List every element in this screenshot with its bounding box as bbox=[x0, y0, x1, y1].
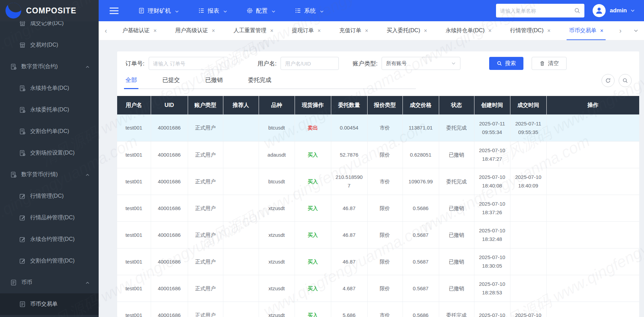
username-label[interactable]: admin bbox=[610, 7, 627, 14]
sidebar-item-11[interactable]: 交割合约管理(DC) bbox=[0, 250, 99, 272]
sidebar-item-4[interactable]: 永续委托单(DC) bbox=[0, 99, 99, 121]
close-icon[interactable]: × bbox=[547, 28, 550, 34]
search-button[interactable]: 搜索 bbox=[489, 57, 523, 70]
sidebar-item-label: 数字货币(合约) bbox=[21, 63, 58, 70]
sidebar-item-5[interactable]: 交割合约单(DC) bbox=[0, 121, 99, 142]
cell-acct: 正式用户 bbox=[188, 221, 223, 248]
cell-status: 委托完成 bbox=[439, 302, 474, 317]
nav-menu-2[interactable]: 配置 bbox=[237, 0, 285, 21]
sidebar-item-8[interactable]: 行情管理(DC) bbox=[0, 185, 99, 207]
sidebar-item-12[interactable]: 币币 bbox=[0, 272, 99, 293]
cell-traded bbox=[510, 195, 546, 221]
sidebar-item-6[interactable]: 交割场控设置(DC) bbox=[0, 142, 99, 164]
nav-menu-label: 理财矿机 bbox=[148, 7, 171, 15]
cell-traded bbox=[510, 141, 546, 168]
cell-symbol: adausdt bbox=[259, 141, 295, 168]
column-header: 品种 bbox=[259, 96, 295, 114]
cell-ref bbox=[223, 248, 259, 275]
table-search-button[interactable] bbox=[619, 74, 632, 87]
cell-user: test001 bbox=[117, 221, 151, 248]
close-icon[interactable]: × bbox=[488, 28, 492, 34]
tab-5[interactable]: 买入委托(DC)× bbox=[377, 21, 436, 40]
sidebar-item-0[interactable]: 成交记录(DC) bbox=[0, 21, 99, 34]
sidebar-item-9[interactable]: 行情品种管理(DC) bbox=[0, 207, 99, 229]
cell-created: 2025-07-1018:40:08 bbox=[474, 168, 510, 195]
order-no-input[interactable] bbox=[149, 57, 228, 70]
column-header: 账户类型 bbox=[188, 96, 223, 114]
tab-7[interactable]: 行情管理(DC)× bbox=[501, 21, 560, 40]
cell-status: 已撤销 bbox=[439, 141, 474, 168]
cell-user: test001 bbox=[117, 168, 151, 195]
search-icon[interactable] bbox=[574, 8, 580, 14]
hamburger-menu-icon[interactable] bbox=[110, 8, 119, 14]
account-type-select[interactable]: 所有账号 bbox=[382, 57, 460, 70]
sidebar-item-3[interactable]: 永续持仓单(DC) bbox=[0, 77, 99, 99]
tab-8[interactable]: 币币交易单× bbox=[560, 21, 612, 40]
tab-6[interactable]: 永续持仓单(DC)× bbox=[436, 21, 501, 40]
menu-search-input[interactable] bbox=[500, 8, 571, 14]
status-tab-3[interactable]: 委托完成 bbox=[248, 76, 271, 89]
close-icon[interactable]: × bbox=[212, 28, 215, 34]
cell-side: 买入 bbox=[295, 195, 331, 221]
sidebar-item-13[interactable]: 币币交易单 bbox=[0, 293, 99, 315]
cell-uid: 40001686 bbox=[151, 221, 188, 248]
nav-menu-0[interactable]: 理财矿机 bbox=[129, 0, 189, 21]
close-icon[interactable]: × bbox=[270, 28, 273, 34]
cell-quote: 限价 bbox=[367, 275, 402, 302]
close-icon[interactable]: × bbox=[365, 28, 368, 34]
column-header: 用户名 bbox=[117, 96, 151, 114]
filter-form: 订单号: 用户名: 账户类型: 所有账号 搜索 清空 bbox=[117, 51, 639, 70]
close-icon[interactable]: × bbox=[600, 28, 603, 34]
tab-3[interactable]: 提现订单× bbox=[283, 21, 330, 40]
cell-price: 0.5686 bbox=[402, 195, 439, 221]
cell-amount: 46.87 bbox=[331, 195, 367, 221]
username-input[interactable] bbox=[281, 57, 339, 70]
cell-ref bbox=[223, 221, 259, 248]
avatar[interactable] bbox=[593, 4, 606, 17]
sidebar: 成交记录(DC)交易对(DC)数字货币(合约)永续持仓单(DC)永续委托单(DC… bbox=[0, 21, 99, 317]
edit-icon bbox=[19, 236, 26, 243]
cell-traded bbox=[510, 221, 546, 248]
nav-menu-3[interactable]: 系统 bbox=[285, 0, 334, 21]
tabs-scroll-right[interactable]: › bbox=[613, 21, 628, 40]
tabs-scroll-left[interactable]: ‹ bbox=[99, 21, 113, 40]
tab-2[interactable]: 人工重置管理× bbox=[224, 21, 283, 40]
close-icon[interactable]: × bbox=[153, 28, 157, 34]
chevron-down-icon[interactable] bbox=[630, 8, 635, 13]
open-tabs-bar: ‹ 户基础认证×用户高级认证×人工重置管理×提现订单×充值订单×买入委托(DC)… bbox=[99, 21, 644, 40]
cell-user: test001 bbox=[117, 302, 151, 317]
sidebar-item-2[interactable]: 数字货币(合约) bbox=[0, 56, 99, 77]
cell-traded: 2025-07-10 bbox=[510, 302, 546, 317]
cell-op bbox=[546, 275, 639, 302]
cell-user: test001 bbox=[117, 141, 151, 168]
sidebar-item-10[interactable]: 永续合约管理(DC) bbox=[0, 229, 99, 250]
cell-price: 0.5686 bbox=[402, 302, 439, 317]
shop-icon bbox=[19, 42, 26, 48]
cell-uid: 40001686 bbox=[151, 168, 188, 195]
close-icon[interactable]: × bbox=[318, 28, 321, 34]
cell-uid: 40001686 bbox=[151, 248, 188, 275]
status-tab-1[interactable]: 已提交 bbox=[162, 76, 180, 89]
sidebar-item-label: 永续持仓单(DC) bbox=[30, 85, 69, 92]
tabs-dropdown-button[interactable] bbox=[628, 21, 644, 40]
close-icon[interactable]: × bbox=[424, 28, 427, 34]
list-icon bbox=[198, 8, 205, 14]
search-icon bbox=[622, 78, 628, 83]
tab-4[interactable]: 充值订单× bbox=[330, 21, 377, 40]
tab-1[interactable]: 用户高级认证× bbox=[166, 21, 224, 40]
sidebar-item-7[interactable]: 数字货币(行情) bbox=[0, 164, 99, 185]
refresh-button[interactable] bbox=[602, 74, 615, 87]
gear-icon bbox=[247, 8, 253, 14]
nav-menu-1[interactable]: 报表 bbox=[189, 0, 237, 21]
chevron-up-icon bbox=[85, 172, 90, 177]
cell-side: 买入 bbox=[295, 221, 331, 248]
sidebar-item-1[interactable]: 交易对(DC) bbox=[0, 34, 99, 56]
cell-uid: 40001686 bbox=[151, 141, 188, 168]
cell-price: 0.628051 bbox=[402, 141, 439, 168]
status-tab-0[interactable]: 全部 bbox=[125, 76, 137, 89]
cell-created: 2025-07-1109:55:34 bbox=[474, 114, 510, 141]
column-header: 现货操作 bbox=[295, 96, 331, 114]
clear-button[interactable]: 清空 bbox=[532, 57, 567, 70]
tab-0[interactable]: 户基础认证× bbox=[113, 21, 166, 40]
status-tab-2[interactable]: 已撤销 bbox=[205, 76, 223, 89]
